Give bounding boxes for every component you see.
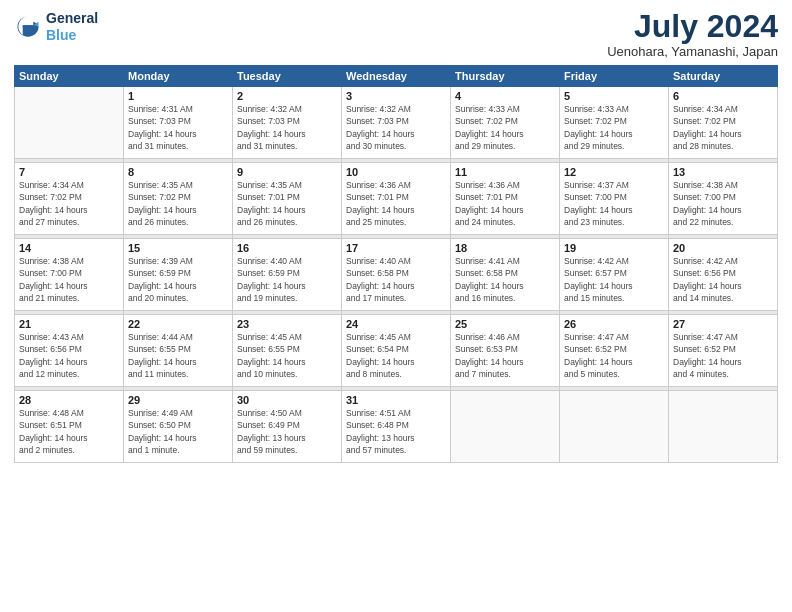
- day-info: Sunrise: 4:39 AM Sunset: 6:59 PM Dayligh…: [128, 255, 228, 304]
- day-info: Sunrise: 4:45 AM Sunset: 6:55 PM Dayligh…: [237, 331, 337, 380]
- table-row: 24Sunrise: 4:45 AM Sunset: 6:54 PM Dayli…: [342, 315, 451, 387]
- col-sunday: Sunday: [15, 66, 124, 87]
- table-row: [560, 391, 669, 463]
- day-number: 14: [19, 242, 119, 254]
- day-info: Sunrise: 4:40 AM Sunset: 6:59 PM Dayligh…: [237, 255, 337, 304]
- day-number: 24: [346, 318, 446, 330]
- day-number: 26: [564, 318, 664, 330]
- logo: General Blue: [14, 10, 98, 44]
- col-wednesday: Wednesday: [342, 66, 451, 87]
- day-number: 12: [564, 166, 664, 178]
- day-info: Sunrise: 4:42 AM Sunset: 6:56 PM Dayligh…: [673, 255, 773, 304]
- day-number: 3: [346, 90, 446, 102]
- day-number: 23: [237, 318, 337, 330]
- day-info: Sunrise: 4:33 AM Sunset: 7:02 PM Dayligh…: [564, 103, 664, 152]
- table-row: 5Sunrise: 4:33 AM Sunset: 7:02 PM Daylig…: [560, 87, 669, 159]
- table-row: 23Sunrise: 4:45 AM Sunset: 6:55 PM Dayli…: [233, 315, 342, 387]
- table-row: 10Sunrise: 4:36 AM Sunset: 7:01 PM Dayli…: [342, 163, 451, 235]
- col-monday: Monday: [124, 66, 233, 87]
- logo-line1: General: [46, 10, 98, 27]
- logo-icon: [14, 13, 42, 41]
- table-row: 11Sunrise: 4:36 AM Sunset: 7:01 PM Dayli…: [451, 163, 560, 235]
- table-row: 12Sunrise: 4:37 AM Sunset: 7:00 PM Dayli…: [560, 163, 669, 235]
- table-row: 21Sunrise: 4:43 AM Sunset: 6:56 PM Dayli…: [15, 315, 124, 387]
- day-info: Sunrise: 4:32 AM Sunset: 7:03 PM Dayligh…: [237, 103, 337, 152]
- table-row: 7Sunrise: 4:34 AM Sunset: 7:02 PM Daylig…: [15, 163, 124, 235]
- table-row: 30Sunrise: 4:50 AM Sunset: 6:49 PM Dayli…: [233, 391, 342, 463]
- day-number: 17: [346, 242, 446, 254]
- table-row: 18Sunrise: 4:41 AM Sunset: 6:58 PM Dayli…: [451, 239, 560, 311]
- table-row: [15, 87, 124, 159]
- day-info: Sunrise: 4:37 AM Sunset: 7:00 PM Dayligh…: [564, 179, 664, 228]
- day-number: 5: [564, 90, 664, 102]
- day-number: 25: [455, 318, 555, 330]
- table-row: 8Sunrise: 4:35 AM Sunset: 7:02 PM Daylig…: [124, 163, 233, 235]
- calendar-table: Sunday Monday Tuesday Wednesday Thursday…: [14, 65, 778, 463]
- day-info: Sunrise: 4:49 AM Sunset: 6:50 PM Dayligh…: [128, 407, 228, 456]
- logo-text: General Blue: [46, 10, 98, 44]
- day-info: Sunrise: 4:31 AM Sunset: 7:03 PM Dayligh…: [128, 103, 228, 152]
- table-row: 22Sunrise: 4:44 AM Sunset: 6:55 PM Dayli…: [124, 315, 233, 387]
- day-info: Sunrise: 4:47 AM Sunset: 6:52 PM Dayligh…: [673, 331, 773, 380]
- table-row: 17Sunrise: 4:40 AM Sunset: 6:58 PM Dayli…: [342, 239, 451, 311]
- table-row: 31Sunrise: 4:51 AM Sunset: 6:48 PM Dayli…: [342, 391, 451, 463]
- day-info: Sunrise: 4:45 AM Sunset: 6:54 PM Dayligh…: [346, 331, 446, 380]
- day-number: 10: [346, 166, 446, 178]
- day-info: Sunrise: 4:51 AM Sunset: 6:48 PM Dayligh…: [346, 407, 446, 456]
- day-number: 18: [455, 242, 555, 254]
- table-row: [451, 391, 560, 463]
- day-info: Sunrise: 4:35 AM Sunset: 7:01 PM Dayligh…: [237, 179, 337, 228]
- day-number: 22: [128, 318, 228, 330]
- table-row: 15Sunrise: 4:39 AM Sunset: 6:59 PM Dayli…: [124, 239, 233, 311]
- svg-rect-1: [23, 25, 34, 28]
- day-number: 29: [128, 394, 228, 406]
- day-info: Sunrise: 4:50 AM Sunset: 6:49 PM Dayligh…: [237, 407, 337, 456]
- week-row-2: 7Sunrise: 4:34 AM Sunset: 7:02 PM Daylig…: [15, 163, 778, 235]
- table-row: 27Sunrise: 4:47 AM Sunset: 6:52 PM Dayli…: [669, 315, 778, 387]
- month-title: July 2024: [607, 10, 778, 42]
- table-row: 14Sunrise: 4:38 AM Sunset: 7:00 PM Dayli…: [15, 239, 124, 311]
- table-row: 26Sunrise: 4:47 AM Sunset: 6:52 PM Dayli…: [560, 315, 669, 387]
- week-row-5: 28Sunrise: 4:48 AM Sunset: 6:51 PM Dayli…: [15, 391, 778, 463]
- day-info: Sunrise: 4:38 AM Sunset: 7:00 PM Dayligh…: [19, 255, 119, 304]
- day-info: Sunrise: 4:32 AM Sunset: 7:03 PM Dayligh…: [346, 103, 446, 152]
- day-number: 11: [455, 166, 555, 178]
- day-info: Sunrise: 4:47 AM Sunset: 6:52 PM Dayligh…: [564, 331, 664, 380]
- week-row-4: 21Sunrise: 4:43 AM Sunset: 6:56 PM Dayli…: [15, 315, 778, 387]
- day-info: Sunrise: 4:33 AM Sunset: 7:02 PM Dayligh…: [455, 103, 555, 152]
- table-row: 9Sunrise: 4:35 AM Sunset: 7:01 PM Daylig…: [233, 163, 342, 235]
- day-number: 21: [19, 318, 119, 330]
- col-friday: Friday: [560, 66, 669, 87]
- day-number: 9: [237, 166, 337, 178]
- header: General Blue July 2024 Uenohara, Yamanas…: [14, 10, 778, 59]
- day-info: Sunrise: 4:38 AM Sunset: 7:00 PM Dayligh…: [673, 179, 773, 228]
- day-info: Sunrise: 4:34 AM Sunset: 7:02 PM Dayligh…: [19, 179, 119, 228]
- day-number: 19: [564, 242, 664, 254]
- table-row: 4Sunrise: 4:33 AM Sunset: 7:02 PM Daylig…: [451, 87, 560, 159]
- table-row: 25Sunrise: 4:46 AM Sunset: 6:53 PM Dayli…: [451, 315, 560, 387]
- table-row: 3Sunrise: 4:32 AM Sunset: 7:03 PM Daylig…: [342, 87, 451, 159]
- table-row: 19Sunrise: 4:42 AM Sunset: 6:57 PM Dayli…: [560, 239, 669, 311]
- day-info: Sunrise: 4:42 AM Sunset: 6:57 PM Dayligh…: [564, 255, 664, 304]
- day-number: 15: [128, 242, 228, 254]
- day-number: 28: [19, 394, 119, 406]
- week-row-3: 14Sunrise: 4:38 AM Sunset: 7:00 PM Dayli…: [15, 239, 778, 311]
- day-info: Sunrise: 4:34 AM Sunset: 7:02 PM Dayligh…: [673, 103, 773, 152]
- day-number: 4: [455, 90, 555, 102]
- col-tuesday: Tuesday: [233, 66, 342, 87]
- table-row: 6Sunrise: 4:34 AM Sunset: 7:02 PM Daylig…: [669, 87, 778, 159]
- day-number: 27: [673, 318, 773, 330]
- col-thursday: Thursday: [451, 66, 560, 87]
- table-row: 29Sunrise: 4:49 AM Sunset: 6:50 PM Dayli…: [124, 391, 233, 463]
- day-info: Sunrise: 4:35 AM Sunset: 7:02 PM Dayligh…: [128, 179, 228, 228]
- week-row-1: 1Sunrise: 4:31 AM Sunset: 7:03 PM Daylig…: [15, 87, 778, 159]
- logo-line2: Blue: [46, 27, 98, 44]
- subtitle: Uenohara, Yamanashi, Japan: [607, 44, 778, 59]
- day-info: Sunrise: 4:40 AM Sunset: 6:58 PM Dayligh…: [346, 255, 446, 304]
- table-row: 20Sunrise: 4:42 AM Sunset: 6:56 PM Dayli…: [669, 239, 778, 311]
- table-row: 2Sunrise: 4:32 AM Sunset: 7:03 PM Daylig…: [233, 87, 342, 159]
- day-info: Sunrise: 4:48 AM Sunset: 6:51 PM Dayligh…: [19, 407, 119, 456]
- day-number: 31: [346, 394, 446, 406]
- day-info: Sunrise: 4:44 AM Sunset: 6:55 PM Dayligh…: [128, 331, 228, 380]
- table-row: 1Sunrise: 4:31 AM Sunset: 7:03 PM Daylig…: [124, 87, 233, 159]
